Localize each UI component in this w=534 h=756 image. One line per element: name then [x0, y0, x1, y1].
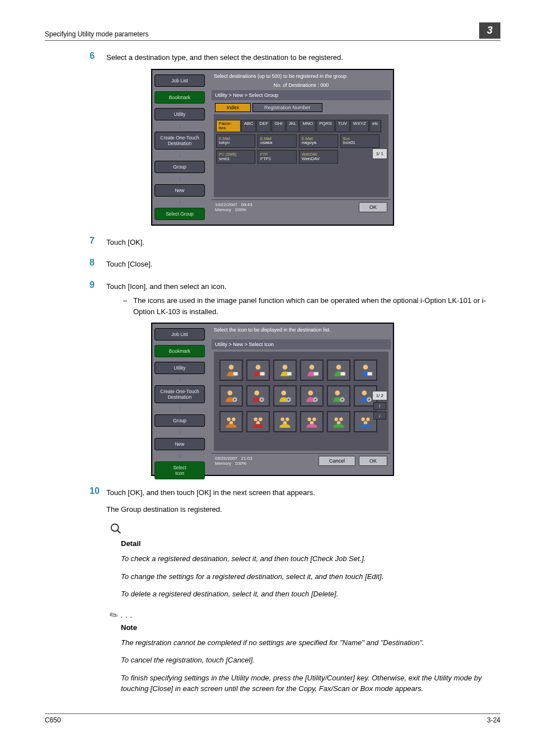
icon-group-orange[interactable]: [219, 411, 243, 432]
icon-group-red[interactable]: [246, 411, 270, 432]
svg-point-39: [307, 417, 311, 421]
svg-point-17: [261, 399, 263, 400]
detail-p3: To delete a registered destination, sele…: [121, 589, 500, 600]
breadcrumb: Utility > New > Select Group: [212, 90, 391, 100]
dest-webdav[interactable]: WebDAVWebDAV: [299, 150, 338, 164]
index-pqrs[interactable]: PQRS: [316, 120, 335, 132]
icon-grid: [216, 355, 386, 437]
icon-person-gear-yellow[interactable]: [273, 385, 297, 407]
index-favorites[interactable]: Favor- ites: [216, 120, 241, 132]
icon-person-pink[interactable]: [300, 360, 324, 381]
index-def[interactable]: DEF: [256, 120, 271, 132]
nav-job-list[interactable]: Job List: [154, 328, 205, 340]
dest-ftp1[interactable]: FTPFTP1: [257, 150, 297, 164]
icon-person-red[interactable]: [246, 360, 270, 381]
index-jkl[interactable]: JKL: [286, 120, 299, 132]
nav-create-one-touch[interactable]: Create One-Touch Destination: [154, 385, 205, 403]
chevron-down-icon: ↓: [152, 404, 207, 412]
nav-bookmark[interactable]: Bookmark: [154, 91, 205, 104]
step-9: 9 Touch [Icon], and then select an icon.: [90, 280, 500, 292]
step-number: 6: [90, 51, 106, 61]
page-up-button[interactable]: ↑: [373, 402, 386, 410]
svg-line-49: [118, 530, 121, 534]
icon-person-blue[interactable]: [354, 360, 377, 381]
nav-group[interactable]: Group: [154, 414, 205, 427]
note-p2: To cancel the registration, touch [Cance…: [121, 655, 500, 666]
destination-row-2: PC (SMB)smb1 FTPFTP1 WebDAVWebDAV: [216, 150, 386, 164]
dest-osaka[interactable]: E-Mailosaka: [257, 134, 297, 148]
status-time: 21:03: [241, 456, 252, 461]
screenshot-select-icon: Job List Bookmark Utility ↓ Create One-T…: [45, 323, 500, 476]
cancel-button[interactable]: Cancel: [318, 456, 355, 466]
tab-registration-number[interactable]: Registration Number: [252, 103, 322, 112]
icon-person-gear-pink[interactable]: [300, 385, 324, 407]
nav-group[interactable]: Group: [154, 161, 205, 173]
svg-point-6: [310, 365, 315, 370]
icon-group-yellow[interactable]: [273, 411, 297, 432]
svg-point-34: [259, 417, 263, 421]
index-tuv[interactable]: TUV: [335, 120, 350, 132]
nav-select-icon[interactable]: Select Icon: [154, 461, 205, 479]
step-number: 10: [90, 486, 106, 496]
note-p1: The registration cannot be completed if …: [121, 637, 500, 648]
icon-group-pink[interactable]: [300, 411, 324, 432]
chevron-down-icon: ↓: [152, 198, 207, 206]
svg-point-15: [255, 390, 260, 395]
index-mno[interactable]: MNO: [299, 120, 316, 132]
nav-job-list[interactable]: Job List: [154, 74, 205, 87]
icon-person-gear-red[interactable]: [246, 385, 270, 407]
step-number: 9: [90, 280, 106, 290]
tab-index[interactable]: Index: [215, 103, 251, 112]
status-date: 10/22/2007: [215, 202, 237, 207]
index-wxyz[interactable]: WXYZ: [350, 120, 369, 132]
svg-point-4: [283, 365, 288, 370]
icon-person-green[interactable]: [327, 360, 350, 381]
section-title: Specifying Utility mode parameters: [45, 30, 148, 38]
svg-point-0: [229, 365, 234, 370]
nav-select-group[interactable]: Select Group: [154, 208, 205, 220]
dest-nagoya[interactable]: E-Mailnagoya: [299, 134, 338, 148]
icon-person-gear-green[interactable]: [327, 385, 350, 407]
svg-point-30: [227, 417, 231, 421]
svg-point-27: [362, 390, 367, 395]
chevron-down-icon: ↓: [152, 428, 207, 436]
sub-text: The icons are used in the image panel fu…: [133, 295, 500, 317]
svg-point-43: [339, 417, 343, 421]
svg-point-48: [111, 524, 119, 531]
dest-box01[interactable]: Boxbox01: [340, 134, 380, 148]
nav-bookmark[interactable]: Bookmark: [154, 345, 205, 357]
step-text-1: Touch [OK], and then touch [OK] in the n…: [106, 487, 315, 498]
svg-point-18: [282, 390, 287, 395]
step-text: Select a destination type, and then sele…: [106, 51, 343, 63]
svg-point-33: [254, 417, 257, 421]
svg-point-40: [312, 417, 316, 421]
step-text-2: The Group destination is registered.: [106, 504, 315, 515]
svg-point-36: [280, 417, 284, 421]
ok-button[interactable]: OK: [359, 202, 387, 212]
index-ghi[interactable]: GHI: [271, 120, 285, 132]
step-6: 6 Select a destination type, and then se…: [90, 51, 500, 63]
page-down-button[interactable]: ↓: [373, 412, 386, 419]
svg-point-42: [334, 417, 338, 421]
ok-button[interactable]: OK: [359, 456, 387, 466]
svg-rect-3: [260, 372, 265, 376]
index-abc[interactable]: ABC: [241, 120, 256, 132]
dest-smb1[interactable]: PC (SMB)smb1: [216, 150, 255, 164]
index-etc[interactable]: etc: [369, 120, 381, 132]
nav-new[interactable]: New: [154, 184, 205, 197]
note-heading: Note: [121, 623, 500, 632]
icon-person-yellow[interactable]: [273, 360, 297, 381]
nav-new[interactable]: New: [154, 438, 205, 450]
breadcrumb: Utility > New > Select Icon: [212, 339, 391, 349]
dest-tokyo[interactable]: E-Mailtokyo: [216, 134, 255, 148]
nav-utility[interactable]: Utility: [154, 362, 205, 374]
icon-person-orange[interactable]: [219, 360, 243, 381]
icon-group-green[interactable]: [327, 411, 350, 432]
magnifier-icon: [110, 522, 500, 538]
svg-rect-9: [340, 372, 345, 376]
icon-person-gear-orange[interactable]: [219, 385, 243, 407]
nav-create-one-touch[interactable]: Create One-Touch Destination: [154, 132, 205, 150]
svg-rect-1: [233, 372, 238, 376]
chevron-down-icon: ↓: [152, 151, 207, 158]
nav-utility[interactable]: Utility: [154, 108, 205, 120]
